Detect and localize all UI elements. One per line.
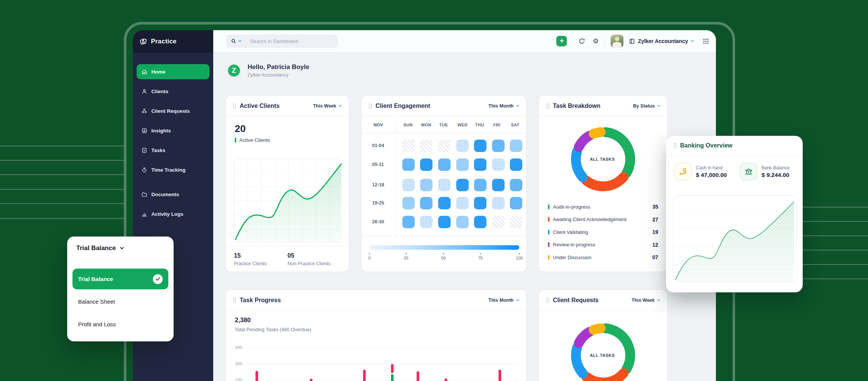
sidebar-item-clients[interactable]: Clients (137, 84, 209, 99)
footer-stat: 05 Non-Practice Clients (288, 252, 331, 266)
drag-handle-icon[interactable] (546, 298, 549, 303)
org-selector[interactable]: Zylker Accountancy (629, 38, 694, 45)
gridline (246, 364, 519, 364)
donut-segment[interactable] (605, 328, 630, 369)
tasks-icon (141, 147, 148, 154)
heatmap-day-label: SUN (403, 123, 412, 127)
search-icon (231, 38, 237, 44)
legend-tick (548, 217, 549, 222)
sidebar-item-insights[interactable]: Insights (137, 123, 209, 138)
heatmap-cell (420, 179, 432, 191)
sidebar-item-tasks[interactable]: Tasks (137, 143, 209, 158)
heatmap-cell (402, 179, 415, 191)
bar-overdue (417, 371, 419, 381)
heatmap-cell (438, 158, 451, 171)
legend-tick (548, 255, 549, 260)
sidebar-item-label: Home (151, 69, 166, 75)
gridline (246, 380, 519, 381)
heatmap-day-label: TUE (439, 123, 448, 127)
period-dropdown[interactable]: This Week (631, 298, 660, 303)
drag-handle-icon[interactable] (546, 103, 549, 109)
check-icon (153, 274, 163, 284)
donut-segment[interactable] (594, 328, 601, 330)
card-title: Client Requests (553, 297, 599, 304)
org-avatar-letter: Z (228, 65, 240, 77)
heatmap-cell (438, 140, 451, 152)
heatmap-cell (492, 179, 505, 191)
heatmap-cell (420, 158, 432, 171)
option-balance-sheet[interactable]: Balance Sheet (72, 291, 168, 312)
app-window: Practice HomeClientsClient RequestsInsig… (133, 30, 716, 381)
donut-segment[interactable] (586, 373, 624, 381)
legend-value: 07 (652, 254, 658, 260)
y-axis-tick-label: 400 (231, 345, 242, 350)
card-title: Task Progress (240, 297, 281, 304)
heatmap-row-label: 12-18 (372, 182, 384, 187)
heatmap-cell (402, 197, 415, 209)
heatmap-day-label: WED (457, 123, 468, 127)
period-dropdown[interactable]: This Month (488, 298, 519, 303)
client-requests-icon (141, 108, 148, 114)
greeting: Z Hello, Patricia Boyle Zylker Accountan… (226, 62, 309, 79)
donut-segment[interactable] (586, 177, 624, 186)
heatmap-cell (456, 140, 469, 152)
card-header: Task Breakdown By Status (539, 96, 667, 117)
donut-segment[interactable] (579, 136, 589, 147)
sidebar-item-home[interactable]: Home (137, 64, 209, 79)
option-profit-and-loss[interactable]: Profit and Loss (72, 314, 168, 335)
drag-handle-icon[interactable] (673, 143, 677, 148)
bank-balance-stat: Bank Balance $ 9.244.00 (740, 163, 790, 180)
period-dropdown[interactable]: This Week (313, 103, 342, 109)
heatmap-cell (474, 158, 486, 171)
status-filter-dropdown[interactable]: By Status (633, 103, 660, 109)
sidebar-item-client-requests[interactable]: Client Requests (137, 103, 209, 118)
add-button[interactable]: + (556, 36, 567, 46)
background-line (0, 203, 124, 204)
card-header: Banking Overview (666, 136, 803, 156)
option-label: Trial Balance (78, 276, 113, 282)
apps-grid-icon[interactable] (702, 37, 710, 45)
period-dropdown[interactable]: This Month (488, 103, 519, 109)
background-line (0, 160, 124, 161)
sidebar-item-time-tracking[interactable]: Time Tracking (137, 162, 209, 177)
heatmap-cell (474, 179, 486, 191)
divider (572, 37, 573, 45)
bank-icon (740, 163, 757, 180)
legend-value: 12 (652, 242, 658, 248)
sidebar-item-activity-logs[interactable]: Activity Logs (137, 206, 209, 221)
gear-icon[interactable]: ⚙ (591, 37, 600, 45)
legend-label: Review-in-progress (553, 242, 595, 247)
drag-handle-icon[interactable] (232, 298, 236, 303)
search-input[interactable] (246, 38, 337, 44)
heatmap-row-label: 19-25 (372, 200, 384, 206)
sync-notification-icon[interactable] (578, 37, 586, 45)
bar-overdue (499, 370, 501, 381)
legend-row: Client Validating19 (548, 229, 658, 235)
activity-logs-icon (141, 211, 148, 217)
user-avatar[interactable] (611, 35, 623, 48)
donut-segment[interactable] (576, 347, 583, 373)
card-header: Client Engagement This Month (362, 96, 526, 117)
task-progress-card: Task Progress This Month 2,380 Total Pen… (225, 290, 526, 381)
active-clients-card: Active Clients This Week 20 Active Clien… (225, 95, 349, 272)
option-trial-balance[interactable]: Trial Balance (72, 269, 168, 289)
sidebar-item-documents[interactable]: Documents (137, 187, 209, 202)
search-box (226, 35, 337, 48)
drag-handle-icon[interactable] (232, 103, 236, 109)
legend-row: Audit-in-progress35 (548, 204, 658, 210)
search-scope-selector[interactable] (227, 35, 246, 47)
card-header: Task Progress This Month (226, 290, 526, 311)
donut-segment[interactable] (605, 132, 630, 173)
drag-handle-icon[interactable] (368, 103, 372, 109)
heatmap-cell (438, 179, 451, 191)
y-axis-tick-label: 200 (231, 378, 242, 381)
donut-segment[interactable] (579, 332, 589, 343)
donut-segment[interactable] (576, 151, 583, 177)
heatmap-cell (492, 158, 505, 171)
banking-area-chart (673, 195, 797, 282)
trial-balance-dropdown[interactable]: Trial Balance (67, 237, 174, 260)
heatmap-day-label: FRI (493, 123, 500, 127)
divider (362, 236, 526, 236)
donut-segment[interactable] (594, 132, 601, 134)
donut-center-label: ALL TASKS (590, 157, 615, 161)
